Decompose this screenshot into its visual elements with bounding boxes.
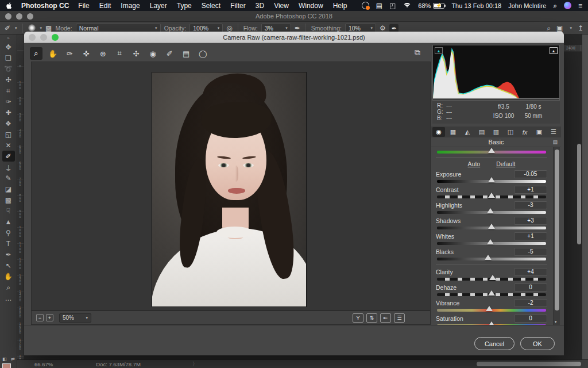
whites-value-field[interactable]: +1: [514, 232, 547, 240]
siri-icon[interactable]: [564, 2, 571, 9]
menu-3d[interactable]: 3D: [256, 2, 264, 10]
crw-zoom-tool[interactable]: ⌕: [30, 47, 42, 60]
ok-button[interactable]: OK: [520, 337, 555, 350]
smudge-tool[interactable]: ☟: [2, 205, 15, 216]
contrast-value-field[interactable]: +1: [514, 186, 547, 194]
foreground-color-swatch[interactable]: [2, 363, 11, 368]
canvas-horizontal-scrollbar[interactable]: [477, 362, 581, 366]
crw-hand-tool[interactable]: ✋: [47, 47, 59, 60]
tool-preset-icon[interactable]: ✐: [5, 24, 10, 32]
wifi-icon[interactable]: [403, 3, 411, 9]
spot-healing-brush-tool[interactable]: ✚: [2, 107, 15, 118]
hand-tool[interactable]: ✋: [2, 271, 15, 282]
dialog-close-button[interactable]: [29, 34, 36, 41]
eyedropper-tool[interactable]: ✑: [2, 96, 15, 107]
clarity-slider-track[interactable]: [437, 278, 546, 281]
dodge-tool[interactable]: ▲: [2, 216, 15, 227]
pen-tool[interactable]: ✒: [2, 249, 15, 260]
edit-toolbar-tool[interactable]: …: [2, 293, 15, 304]
crop-tool[interactable]: ⌗: [2, 85, 15, 96]
crw-white-balance-tool[interactable]: ✑: [63, 47, 76, 60]
panel-scrollbar[interactable]: ▾: [553, 147, 560, 325]
tint-slider-thumb[interactable]: [488, 148, 495, 153]
lasso-tool[interactable]: ➰: [2, 63, 15, 74]
menu-select[interactable]: Select: [202, 2, 220, 10]
preview-area[interactable]: [31, 62, 431, 310]
spotlight-icon[interactable]: ⌕: [553, 2, 557, 10]
tab-detail[interactable]: ◭: [461, 127, 474, 137]
dehaze-slider-thumb[interactable]: [488, 290, 495, 296]
highlights-slider-thumb[interactable]: [487, 208, 494, 213]
whites-slider-track[interactable]: [437, 242, 546, 245]
exposure-value-field[interactable]: -0.05: [514, 170, 547, 178]
vibrance-value-field[interactable]: -2: [514, 299, 547, 307]
tab-presets[interactable]: ☰: [547, 127, 560, 137]
default-colors-icon[interactable]: ◧: [2, 356, 7, 362]
crw-radial-filter-tool[interactable]: ◯: [196, 47, 209, 60]
menu-view[interactable]: View: [274, 2, 289, 10]
path-selection-tool[interactable]: ↖: [2, 260, 15, 271]
scroll-down-icon[interactable]: ▾: [555, 320, 557, 324]
window-minimize-button[interactable]: [16, 13, 22, 20]
auto-link[interactable]: Auto: [468, 160, 481, 167]
panel-menu-icon[interactable]: ▤: [552, 139, 558, 145]
crw-red-eye-tool[interactable]: ◉: [146, 47, 159, 60]
crw-adjustment-brush-tool[interactable]: ✐: [163, 47, 176, 60]
zoom-in-button[interactable]: +: [46, 314, 53, 321]
blacks-slider-thumb[interactable]: [485, 255, 492, 260]
preview-preferences-icon[interactable]: ☰: [394, 313, 405, 323]
crw-transform-tool[interactable]: ⌗: [113, 47, 126, 60]
toggle-fullscreen-icon[interactable]: ⧉: [415, 48, 420, 57]
dehaze-value-field[interactable]: 0: [514, 283, 547, 292]
blacks-slider-track[interactable]: [437, 258, 546, 260]
copy-current-to-before-icon[interactable]: ⇤: [380, 313, 391, 323]
tint-slider-track[interactable]: [437, 151, 546, 154]
default-link[interactable]: Default: [496, 160, 515, 167]
gradient-tool[interactable]: ▩: [2, 194, 15, 205]
menu-file[interactable]: File: [78, 2, 89, 10]
dialog-zoom-button[interactable]: [52, 34, 59, 41]
eraser-tool[interactable]: ◪: [2, 183, 15, 194]
tab-split-toning[interactable]: ▥: [490, 127, 502, 137]
window-zoom-button[interactable]: [27, 13, 33, 20]
clarity-value-field[interactable]: +4: [514, 268, 547, 276]
spiral-status-icon[interactable]: ◰: [389, 2, 396, 10]
vibrance-slider-thumb[interactable]: [486, 306, 493, 311]
tab-hsl-grayscale[interactable]: ▤: [475, 127, 488, 137]
quick-selection-tool[interactable]: ✣: [2, 74, 15, 85]
panel-scrollbar-thumb[interactable]: [555, 150, 559, 310]
clone-stamp-tool[interactable]: ⍊: [2, 162, 15, 172]
workspace-switcher-icon[interactable]: ▣: [556, 24, 563, 32]
swap-before-after-icon[interactable]: ⇅: [366, 313, 377, 323]
brush-preset-picker[interactable]: [28, 24, 36, 32]
move-tool[interactable]: ✥: [2, 41, 15, 52]
zoom-level-select[interactable]: 50% ▾: [59, 313, 91, 323]
whites-slider-thumb[interactable]: [487, 239, 494, 244]
menu-filter[interactable]: Filter: [230, 2, 246, 10]
tab-lens-corrections[interactable]: ◫: [504, 127, 517, 137]
history-brush-tool[interactable]: ✎: [2, 172, 15, 183]
menubar-app-name[interactable]: Photoshop CC: [21, 2, 69, 10]
brush-tool[interactable]: ✐: [2, 151, 15, 162]
exposure-slider-thumb[interactable]: [488, 177, 495, 182]
contrast-slider-track[interactable]: [437, 195, 546, 198]
exposure-slider-track[interactable]: [437, 180, 546, 183]
search-icon[interactable]: ⌕: [547, 24, 551, 32]
menubar-user[interactable]: John McIntire: [508, 2, 546, 9]
highlight-clipping-toggle[interactable]: ▲: [550, 47, 558, 54]
drive-stack-icon[interactable]: ▤: [376, 2, 382, 10]
status-chevron-icon[interactable]: 〉: [192, 361, 198, 368]
menubar-clock[interactable]: Thu 13 Feb 00:18: [451, 2, 501, 9]
tab-tone-curve[interactable]: ▦: [447, 127, 459, 137]
crw-graduated-filter-tool[interactable]: ▤: [180, 47, 192, 60]
pressure-opacity-icon[interactable]: ◎: [226, 24, 232, 32]
crw-color-sampler-tool[interactable]: ✜: [80, 47, 92, 60]
saturation-value-field[interactable]: 0: [514, 315, 547, 323]
highlights-slider-track[interactable]: [437, 211, 546, 214]
crw-targeted-adjustment-tool[interactable]: ⊕: [96, 47, 109, 60]
zoom-tool[interactable]: ⌕: [2, 282, 15, 293]
shadows-slider-thumb[interactable]: [488, 224, 495, 229]
patch-tool[interactable]: ◱: [2, 129, 15, 140]
shadows-slider-track[interactable]: [437, 227, 546, 229]
content-aware-move-tool[interactable]: ✕: [2, 140, 15, 151]
